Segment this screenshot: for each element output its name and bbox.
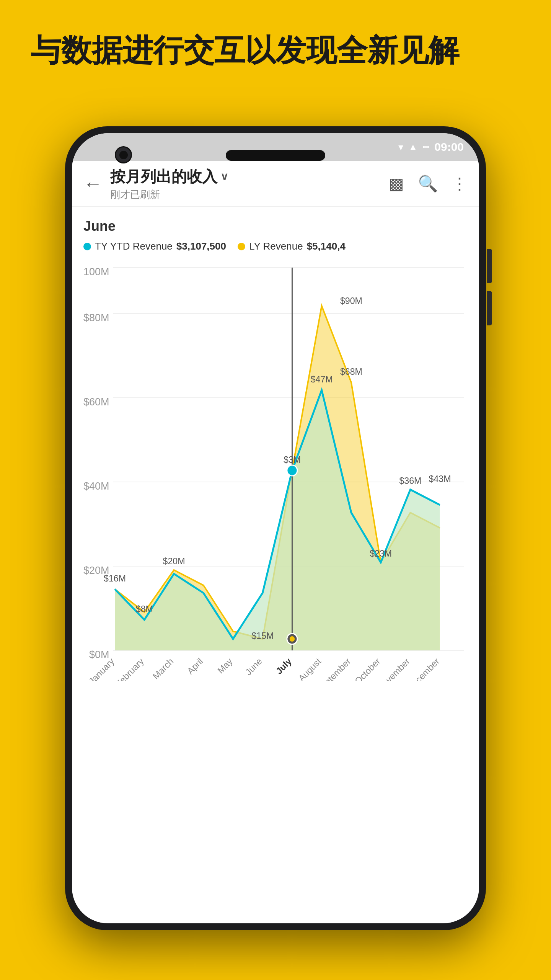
legend-ly: LY Revenue $5,140,4 bbox=[238, 240, 346, 252]
app-title-text: 按月列出的收入 bbox=[110, 166, 217, 187]
phone-device: ▾ ▲ 09:00 ← 按月列出的收入 ∨ 刚才已刷新 ▩ bbox=[65, 126, 486, 930]
legend-ty-dot bbox=[83, 243, 91, 250]
app-subtitle: 刚才已刷新 bbox=[110, 188, 389, 201]
app-bar: ← 按月列出的收入 ∨ 刚才已刷新 ▩ 🔍 ⋮ bbox=[72, 161, 479, 207]
svg-text:$15M: $15M bbox=[251, 631, 274, 641]
svg-text:$68M: $68M bbox=[340, 367, 362, 377]
svg-text:November: November bbox=[376, 656, 412, 681]
svg-point-15 bbox=[287, 465, 297, 476]
svg-text:December: December bbox=[405, 656, 441, 681]
svg-text:$16M: $16M bbox=[104, 573, 126, 583]
legend-ly-value: $5,140,4 bbox=[307, 240, 346, 252]
svg-text:$60M: $60M bbox=[83, 396, 109, 408]
chart-month-label: June bbox=[83, 218, 468, 234]
chart-svg: $0M $20M $40M $60M $80M $100M bbox=[83, 260, 468, 681]
app-title: 按月列出的收入 ∨ bbox=[110, 166, 389, 187]
phone-outer: ▾ ▲ 09:00 ← 按月列出的收入 ∨ 刚才已刷新 ▩ bbox=[65, 126, 486, 930]
phone-screen: ▾ ▲ 09:00 ← 按月列出的收入 ∨ 刚才已刷新 ▩ bbox=[72, 133, 479, 923]
chart-container: June TY YTD Revenue $3,107,500 LY Revenu… bbox=[72, 207, 479, 681]
legend-ly-label: LY Revenue bbox=[249, 240, 303, 252]
search-icon[interactable]: 🔍 bbox=[418, 174, 438, 193]
app-title-section: 按月列出的收入 ∨ 刚才已刷新 bbox=[110, 166, 389, 201]
svg-text:February: February bbox=[114, 656, 146, 681]
svg-text:March: March bbox=[151, 656, 175, 681]
status-time: 09:00 bbox=[434, 140, 464, 154]
legend-ty-label: TY YTD Revenue bbox=[95, 240, 173, 252]
dropdown-arrow-icon[interactable]: ∨ bbox=[220, 170, 228, 183]
svg-marker-13 bbox=[115, 390, 440, 650]
chart-area[interactable]: $0M $20M $40M $60M $80M $100M bbox=[83, 260, 468, 681]
svg-text:June: June bbox=[243, 656, 264, 677]
phone-camera bbox=[115, 146, 132, 163]
svg-text:$0M: $0M bbox=[89, 648, 109, 661]
volume-down-button bbox=[487, 291, 492, 325]
svg-text:September: September bbox=[315, 656, 352, 681]
svg-text:$100M: $100M bbox=[83, 266, 109, 278]
wifi-icon: ▾ bbox=[398, 141, 403, 153]
chart-legend: TY YTD Revenue $3,107,500 LY Revenue $5,… bbox=[83, 240, 468, 252]
svg-text:$90M: $90M bbox=[340, 296, 362, 306]
chart-icon[interactable]: ▩ bbox=[389, 174, 404, 193]
legend-ty-value: $3,107,500 bbox=[176, 240, 226, 252]
page-title: 与数据进行交互以发现全新见解 bbox=[31, 31, 520, 70]
back-button[interactable]: ← bbox=[83, 173, 103, 195]
signal-icon: ▲ bbox=[409, 142, 418, 152]
svg-text:$23M: $23M bbox=[370, 549, 392, 559]
app-bar-icons: ▩ 🔍 ⋮ bbox=[389, 174, 468, 193]
legend-ty: TY YTD Revenue $3,107,500 bbox=[83, 240, 226, 252]
svg-text:August: August bbox=[297, 656, 323, 681]
svg-text:April: April bbox=[185, 656, 205, 676]
svg-text:July: July bbox=[274, 656, 293, 676]
svg-text:$80M: $80M bbox=[83, 312, 109, 324]
svg-text:$20M: $20M bbox=[163, 556, 185, 566]
svg-text:May: May bbox=[215, 656, 234, 676]
phone-speaker bbox=[226, 150, 325, 161]
svg-text:$43M: $43M bbox=[429, 474, 451, 484]
svg-text:$47M: $47M bbox=[311, 374, 333, 384]
volume-up-button bbox=[487, 249, 492, 283]
more-options-icon[interactable]: ⋮ bbox=[452, 174, 468, 193]
svg-text:$3M: $3M bbox=[284, 455, 301, 465]
battery-icon bbox=[423, 146, 429, 148]
svg-point-17 bbox=[290, 636, 295, 642]
status-icons: ▾ ▲ 09:00 bbox=[398, 140, 464, 154]
svg-text:$8M: $8M bbox=[136, 604, 153, 614]
svg-text:$40M: $40M bbox=[83, 480, 109, 492]
svg-text:$36M: $36M bbox=[399, 476, 421, 486]
legend-ly-dot bbox=[238, 243, 245, 250]
svg-text:October: October bbox=[353, 656, 382, 681]
